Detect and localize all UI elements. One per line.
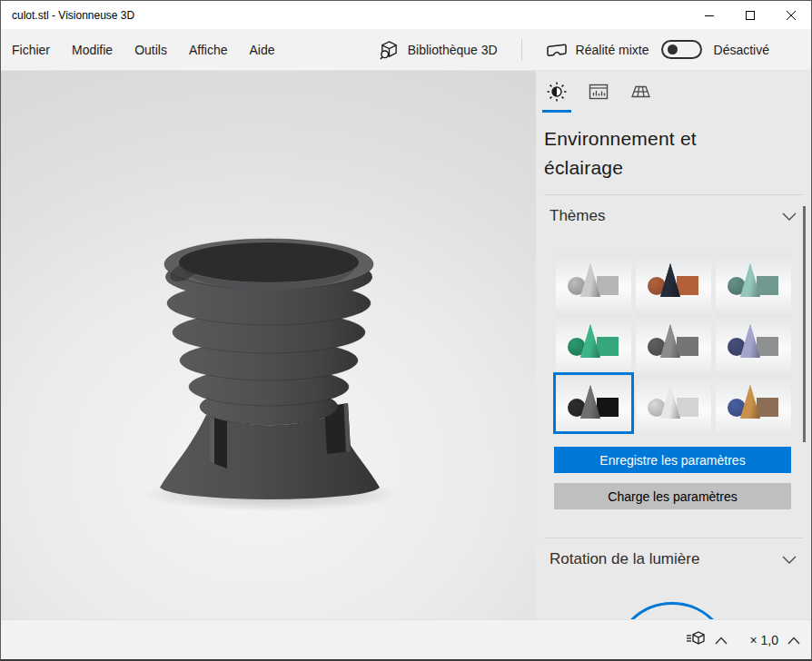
window-title: culot.stl - Visionneuse 3D bbox=[1, 9, 134, 22]
light-rotation-section-header[interactable]: Rotation de la lumière bbox=[550, 550, 797, 568]
theme-tile-4[interactable] bbox=[556, 314, 631, 370]
mixed-reality-label: Réalité mixte bbox=[576, 43, 649, 57]
model-parts-cube-icon bbox=[686, 629, 706, 647]
cube-magnifier-icon bbox=[379, 39, 400, 61]
chevron-down-icon bbox=[782, 556, 797, 564]
theme-tile-3[interactable] bbox=[716, 253, 791, 310]
theme-cube-shape bbox=[677, 337, 698, 356]
light-rotation-dial[interactable] bbox=[613, 602, 731, 619]
app-window: culot.stl - Visionneuse 3D FichierModifi… bbox=[0, 0, 812, 661]
theme-cube-shape bbox=[597, 398, 619, 417]
main-content: Environnement et éclairage Thèmes Enregi… bbox=[1, 71, 811, 619]
library-3d-label: Bibliothèque 3D bbox=[408, 43, 498, 57]
chevron-up-icon bbox=[787, 636, 800, 645]
theme-cube-shape bbox=[757, 337, 778, 356]
theme-cube-shape bbox=[757, 398, 778, 417]
mixed-reality-group: Réalité mixte bbox=[546, 40, 649, 60]
chevron-down-icon bbox=[782, 212, 797, 221]
tab-grid[interactable] bbox=[629, 81, 652, 110]
menu-item-outils[interactable]: Outils bbox=[134, 43, 167, 57]
theme-tile-1[interactable] bbox=[556, 253, 631, 310]
theme-tile-8[interactable] bbox=[636, 375, 711, 431]
3d-model[interactable] bbox=[146, 222, 391, 513]
status-right-group: × 1,0 bbox=[686, 629, 800, 651]
theme-cube-shape bbox=[757, 276, 778, 295]
settings-panel: Environnement et éclairage Thèmes Enregi… bbox=[536, 71, 811, 619]
stats-window-icon bbox=[588, 81, 609, 103]
light-rotation-label: Rotation de la lumière bbox=[550, 550, 699, 568]
themes-grid bbox=[556, 253, 791, 431]
viewport-3d[interactable] bbox=[1, 71, 536, 619]
divider bbox=[544, 194, 803, 195]
menu-item-fichier[interactable]: Fichier bbox=[12, 43, 50, 57]
theme-tile-5[interactable] bbox=[636, 314, 711, 370]
zoom-expander[interactable] bbox=[787, 632, 800, 648]
chevron-up-icon bbox=[715, 636, 728, 645]
menu-item-modifie[interactable]: Modifie bbox=[72, 43, 113, 57]
theme-cube-shape bbox=[597, 276, 619, 295]
window-controls bbox=[688, 1, 811, 29]
mixed-reality-toggle[interactable] bbox=[661, 40, 702, 59]
themes-section-header[interactable]: Thèmes bbox=[550, 207, 797, 225]
theme-tile-2[interactable] bbox=[636, 253, 711, 310]
theme-tile-6[interactable] bbox=[716, 314, 791, 370]
toggle-knob bbox=[668, 44, 678, 54]
zoom-level: × 1,0 bbox=[749, 633, 778, 647]
panel-scrollbar[interactable] bbox=[803, 206, 806, 442]
minimize-button[interactable] bbox=[688, 1, 729, 29]
panel-tabs bbox=[536, 71, 811, 110]
close-button[interactable] bbox=[770, 1, 811, 29]
status-bar: × 1,0 bbox=[1, 619, 811, 659]
minimize-icon bbox=[704, 10, 715, 21]
menu-item-aide[interactable]: Aide bbox=[250, 43, 275, 57]
divider bbox=[544, 538, 803, 538]
title-bar: culot.stl - Visionneuse 3D bbox=[1, 1, 811, 29]
panel-heading: Environnement et éclairage bbox=[544, 124, 762, 182]
theme-tile-9[interactable] bbox=[716, 375, 791, 431]
perspective-grid-icon bbox=[629, 81, 652, 103]
maximize-button[interactable] bbox=[729, 1, 770, 29]
vr-headset-icon bbox=[546, 40, 568, 60]
themes-label: Thèmes bbox=[550, 207, 605, 225]
tab-stats[interactable] bbox=[587, 81, 610, 110]
theme-cube-shape bbox=[677, 276, 698, 295]
menubar-divider bbox=[521, 39, 522, 61]
model-parts-button[interactable] bbox=[686, 629, 706, 651]
theme-tile-7[interactable] bbox=[556, 375, 631, 431]
library-3d-button[interactable]: Bibliothèque 3D bbox=[379, 39, 498, 61]
menu-items: FichierModifieOutilsAfficheAide bbox=[12, 43, 275, 57]
model-parts-expander[interactable] bbox=[715, 632, 728, 648]
menu-bar: FichierModifieOutilsAfficheAide Biblioth… bbox=[1, 29, 811, 71]
theme-cube-shape bbox=[597, 337, 619, 356]
tab-environment-lighting[interactable] bbox=[545, 81, 569, 110]
theme-cube-shape bbox=[677, 398, 698, 417]
menu-right-group: Bibliothèque 3D Réalité mixte Désactivé bbox=[379, 39, 769, 61]
load-settings-button[interactable]: Charge les paramètres bbox=[554, 483, 791, 509]
menu-item-affiche[interactable]: Affiche bbox=[189, 43, 228, 57]
sun-icon bbox=[546, 81, 568, 103]
close-icon bbox=[786, 10, 797, 21]
mixed-reality-state: Désactivé bbox=[714, 43, 769, 57]
save-settings-button[interactable]: Enregistre les paramètres bbox=[554, 447, 791, 473]
maximize-icon bbox=[745, 10, 756, 21]
